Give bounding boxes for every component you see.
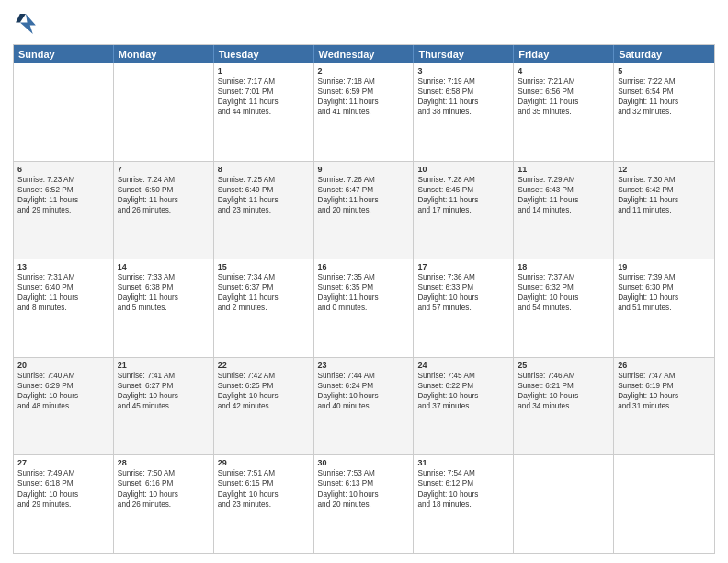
calendar-cell: 3Sunrise: 7:19 AMSunset: 6:58 PMDaylight… [414,63,514,161]
cell-line: Sunrise: 7:24 AM [118,175,210,185]
cell-line: Sunrise: 7:28 AM [417,175,509,185]
cell-line: Sunset: 6:27 PM [118,381,210,391]
cell-line: Sunset: 6:22 PM [417,381,509,391]
day-number: 24 [417,361,509,370]
cell-line: and 26 minutes. [118,205,210,215]
calendar-cell: 26Sunrise: 7:47 AMSunset: 6:19 PMDayligh… [614,358,714,455]
day-number: 23 [318,361,410,370]
cell-line: Daylight: 11 hours [417,97,509,107]
logo [13,11,42,37]
cell-line: Sunset: 6:42 PM [618,185,711,195]
cell-line: Sunrise: 7:26 AM [318,175,410,185]
day-number: 11 [518,165,609,174]
cell-line: Daylight: 11 hours [218,195,310,205]
calendar-cell: 30Sunrise: 7:53 AMSunset: 6:13 PMDayligh… [314,455,415,553]
cell-line: Sunset: 6:49 PM [218,185,310,195]
cell-line: Sunrise: 7:44 AM [318,371,410,381]
cell-line: Daylight: 10 hours [218,391,310,401]
cell-line: and 23 minutes. [218,205,310,215]
cell-line: Sunrise: 7:29 AM [518,175,609,185]
header [13,11,715,37]
cell-line: Sunrise: 7:53 AM [318,468,410,478]
cell-line: Sunset: 6:37 PM [218,282,310,293]
cell-line: and 20 minutes. [318,205,410,215]
day-number: 28 [118,458,210,467]
cell-line: Sunset: 6:19 PM [618,381,711,391]
cell-line: Sunset: 6:18 PM [17,478,109,488]
cell-line: and 20 minutes. [318,500,410,510]
cell-line: and 54 minutes. [518,303,609,313]
calendar-cell: 10Sunrise: 7:28 AMSunset: 6:45 PMDayligh… [414,162,514,259]
cell-line: Sunset: 6:29 PM [17,381,109,391]
cell-line: Daylight: 10 hours [417,391,509,401]
cell-line: Daylight: 11 hours [318,195,410,205]
cell-line: Daylight: 11 hours [17,195,109,205]
calendar-cell: 27Sunrise: 7:49 AMSunset: 6:18 PMDayligh… [14,455,114,553]
calendar-cell: 24Sunrise: 7:45 AMSunset: 6:22 PMDayligh… [414,358,514,455]
cell-line: Daylight: 11 hours [518,195,609,205]
cell-line: Daylight: 10 hours [618,293,711,303]
cell-line: Sunrise: 7:18 AM [318,76,410,86]
cell-line: Sunset: 6:43 PM [518,185,609,195]
calendar-cell: 28Sunrise: 7:50 AMSunset: 6:16 PMDayligh… [114,455,214,553]
cell-line: Sunset: 6:50 PM [118,185,210,195]
calendar-cell: 1Sunrise: 7:17 AMSunset: 7:01 PMDaylight… [214,63,314,161]
cell-line: Sunset: 6:15 PM [218,478,310,488]
cell-line: and 17 minutes. [417,205,509,215]
calendar-cell [14,63,114,161]
cell-line: and 48 minutes. [17,401,109,411]
cell-line: Daylight: 11 hours [417,195,509,205]
day-number: 16 [318,262,410,271]
cell-line: Sunrise: 7:50 AM [118,468,210,478]
calendar-header-cell: Sunday [14,45,114,63]
day-number: 3 [417,66,509,75]
cell-line: Sunrise: 7:54 AM [417,468,509,478]
calendar-row: 13Sunrise: 7:31 AMSunset: 6:40 PMDayligh… [14,259,714,358]
calendar-cell [114,63,214,161]
cell-line: and 57 minutes. [417,303,509,313]
cell-line: and 42 minutes. [218,401,310,411]
day-number: 21 [118,361,210,370]
calendar-cell: 15Sunrise: 7:34 AMSunset: 6:37 PMDayligh… [214,259,314,357]
cell-line: and 51 minutes. [618,303,711,313]
calendar-row: 20Sunrise: 7:40 AMSunset: 6:29 PMDayligh… [14,358,714,456]
day-number: 12 [618,165,711,174]
cell-line: Sunset: 6:21 PM [518,381,609,391]
cell-line: Daylight: 11 hours [518,97,609,107]
cell-line: Sunrise: 7:49 AM [17,468,109,478]
cell-line: Sunrise: 7:22 AM [618,76,711,86]
cell-line: Sunrise: 7:25 AM [218,175,310,185]
calendar-cell: 6Sunrise: 7:23 AMSunset: 6:52 PMDaylight… [14,162,114,259]
day-number: 10 [417,165,509,174]
page: SundayMondayTuesdayWednesdayThursdayFrid… [0,0,728,563]
cell-line: Sunrise: 7:34 AM [218,272,310,282]
cell-line: Daylight: 10 hours [218,489,310,500]
cell-line: Daylight: 11 hours [118,293,210,303]
day-number: 14 [118,262,210,271]
day-number: 17 [417,262,509,271]
cell-line: and 23 minutes. [218,500,310,510]
logo-icon [13,11,39,37]
day-number: 30 [318,458,410,467]
cell-line: Daylight: 10 hours [17,391,109,401]
day-number: 22 [218,361,310,370]
calendar-row: 1Sunrise: 7:17 AMSunset: 7:01 PMDaylight… [14,63,714,162]
cell-line: and 32 minutes. [618,107,711,117]
calendar-header-cell: Friday [514,45,614,63]
calendar-cell: 4Sunrise: 7:21 AMSunset: 6:56 PMDaylight… [514,63,614,161]
cell-line: Sunset: 6:35 PM [318,282,410,293]
cell-line: and 18 minutes. [417,500,509,510]
cell-line: Sunset: 6:40 PM [17,282,109,293]
cell-line: Sunset: 6:52 PM [17,185,109,195]
cell-line: Sunset: 6:47 PM [318,185,410,195]
cell-line: Sunset: 7:01 PM [218,86,310,97]
cell-line: Sunrise: 7:17 AM [218,76,310,86]
calendar-cell: 31Sunrise: 7:54 AMSunset: 6:12 PMDayligh… [414,455,514,553]
cell-line: Sunset: 6:33 PM [417,282,509,293]
cell-line: Sunrise: 7:30 AM [618,175,711,185]
calendar-cell: 11Sunrise: 7:29 AMSunset: 6:43 PMDayligh… [514,162,614,259]
calendar-cell: 14Sunrise: 7:33 AMSunset: 6:38 PMDayligh… [114,259,214,357]
day-number: 2 [318,66,410,75]
cell-line: and 11 minutes. [618,205,711,215]
cell-line: and 34 minutes. [518,401,609,411]
